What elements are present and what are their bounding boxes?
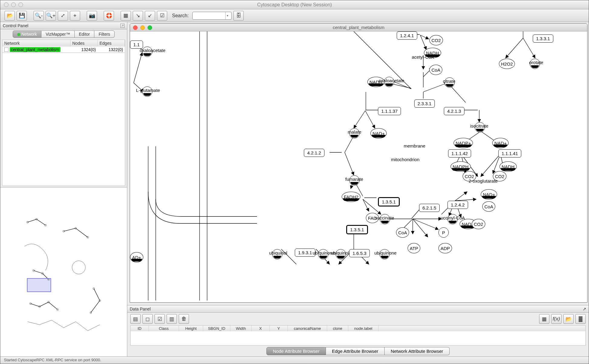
window-close-icon[interactable] — [4, 2, 8, 7]
node-nad-plus-r[interactable]: NAD+ — [492, 138, 509, 148]
zoom-out-button[interactable]: 🔍- — [34, 11, 44, 21]
view-close-icon[interactable] — [133, 25, 138, 30]
zoom-selected-button[interactable]: ⌖ — [70, 11, 80, 21]
view-minimize-icon[interactable] — [140, 25, 145, 30]
data-tool-open[interactable]: 📂 — [563, 314, 574, 324]
node-fadh2[interactable]: FADH2 — [342, 192, 360, 202]
col-nodes[interactable]: Nodes — [70, 40, 98, 47]
dg-col-id[interactable]: ID — [131, 326, 149, 331]
birdseye-view[interactable] — [0, 187, 127, 356]
tab-edge-attr[interactable]: Edge Attribute Browser — [326, 347, 385, 355]
col-edges[interactable]: Edges — [98, 40, 125, 47]
zoom-fit-button[interactable]: ⤢ — [58, 11, 68, 21]
svg-line-27 — [91, 301, 100, 313]
data-tool-4[interactable]: ▥ — [167, 314, 177, 324]
birdseye-button[interactable]: ▦ — [121, 11, 131, 21]
node-coa-c[interactable]: CoA — [396, 227, 409, 238]
dg-col-label[interactable]: node.label — [348, 326, 379, 331]
node-nadh-r[interactable]: NADH — [500, 161, 517, 172]
svg-line-52 — [345, 136, 354, 152]
label-succinate: succinate — [375, 215, 394, 220]
node-1331[interactable]: 1.3.3.1 — [533, 34, 553, 43]
window-minimize-icon[interactable] — [11, 2, 16, 7]
view-zoom-icon[interactable] — [148, 25, 152, 30]
node-atp[interactable]: ATP — [408, 243, 420, 253]
tab-node-attr[interactable]: Node Attribute Browser — [266, 347, 326, 355]
node-nadph[interactable]: NADPH — [451, 161, 471, 172]
options-button[interactable]: ☑ — [157, 11, 167, 21]
tab-filters[interactable]: Filters — [94, 31, 115, 38]
dg-col-width[interactable]: Width — [230, 326, 252, 331]
svg-line-70 — [455, 192, 467, 201]
node-p[interactable]: P — [438, 227, 449, 238]
network-file-icon — [4, 47, 8, 52]
tab-network-attr[interactable]: Network Attribute Browser — [385, 347, 449, 355]
node-1351b[interactable]: 1.3.5.1 — [346, 225, 368, 234]
network-view-title: central_plant_metabolism — [130, 25, 587, 30]
node-nadp-plus[interactable]: NADP+ — [454, 138, 473, 148]
node-11141[interactable]: 1.1.1.41 — [498, 149, 521, 158]
align-left-button[interactable]: ↘ — [133, 11, 143, 21]
data-tool-3[interactable]: ☑ — [155, 314, 165, 324]
open-file-button[interactable]: 📂 — [5, 11, 15, 21]
dg-col-clone[interactable]: clone — [327, 326, 348, 331]
node-11142[interactable]: 1.1.1.42 — [448, 149, 471, 158]
node-co2-c[interactable]: CO2 — [472, 219, 485, 229]
data-tool-import[interactable]: ▦ — [539, 314, 549, 324]
data-tool-function[interactable]: f(x) — [551, 314, 561, 324]
dg-col-x[interactable]: X — [252, 326, 270, 331]
data-tool-5[interactable]: 🗑 — [179, 314, 189, 324]
dg-col-sbgn[interactable]: SBGN_ID — [203, 326, 230, 331]
control-panel-header: Control Panel ↗ — [0, 22, 127, 29]
node-11137[interactable]: 1.1.1.37 — [378, 107, 401, 115]
label-malate: malate — [348, 129, 361, 135]
node-adp[interactable]: ADP — [438, 243, 452, 253]
dg-col-canon[interactable]: canonicalName — [288, 326, 327, 331]
node-1241[interactable]: 1.2.4.1 — [397, 31, 417, 40]
data-tool-chart[interactable]: ▓ — [575, 314, 586, 324]
node-1653[interactable]: 1.6.5.3 — [349, 249, 370, 257]
tab-vizmapper[interactable]: VizMapper™ — [41, 31, 75, 38]
search-dropdown-icon[interactable]: ▾ — [225, 12, 229, 19]
node-4213[interactable]: 4.2.1.3 — [444, 107, 464, 115]
svg-line-4 — [37, 219, 46, 225]
window-zoom-icon[interactable] — [18, 2, 23, 7]
screenshot-button[interactable]: 📷 — [87, 11, 97, 21]
node-2331[interactable]: 2.3.3.1 — [414, 99, 435, 108]
align-right-button[interactable]: ↙ — [145, 11, 155, 21]
dg-col-class[interactable]: Class — [149, 326, 179, 331]
search-input[interactable] — [194, 13, 225, 18]
node-h2o2[interactable]: H2O2 — [499, 59, 515, 69]
save-button[interactable]: 💾 — [17, 11, 27, 21]
network-row[interactable]: central_plant_metabolism 1324(0) 1322(0) — [2, 47, 125, 53]
birdseye-viewport[interactable] — [27, 278, 51, 292]
search-input-wrap[interactable]: ▾ — [192, 12, 232, 20]
data-panel-detach-icon[interactable]: ↗ — [583, 307, 586, 311]
search-go-button[interactable]: 🗄 — [233, 11, 244, 21]
data-tool-1[interactable]: ▤ — [130, 314, 141, 324]
dg-col-y[interactable]: Y — [270, 326, 288, 331]
dg-col-height[interactable]: Height — [179, 326, 203, 331]
node-1351a[interactable]: 1.3.5.1 — [378, 197, 400, 206]
network-canvas[interactable]: 1.1 oxaloacetate L-glutamate 1.2.4.1 CO2… — [130, 31, 587, 302]
node-4212[interactable]: 4.2.1.2 — [304, 149, 324, 157]
node-1931[interactable]: 1.9.3.1 — [295, 249, 315, 257]
zoom-in-button[interactable]: 🔍+ — [46, 11, 56, 21]
col-network[interactable]: Network — [2, 40, 70, 47]
node-ad-plus[interactable]: AD+ — [130, 252, 143, 262]
svg-point-15 — [72, 261, 85, 274]
node-coa-a[interactable]: CoA — [429, 65, 442, 75]
node-co2-a[interactable]: CO2 — [429, 35, 443, 45]
node-coa-b[interactable]: CoA — [482, 201, 495, 212]
data-tool-2[interactable]: ◻ — [142, 314, 153, 324]
node-1242[interactable]: 1.2.4.2 — [447, 201, 468, 209]
data-grid[interactable]: ID Class Height SBGN_ID Width X Y canoni… — [130, 325, 586, 346]
control-panel-detach-icon[interactable]: ↗ — [120, 24, 125, 28]
tab-editor[interactable]: Editor — [75, 31, 95, 38]
tab-network[interactable]: Network — [13, 31, 41, 38]
node-1-1[interactable]: 1.1 — [130, 41, 143, 49]
node-nad-b[interactable]: NAD+ — [481, 189, 497, 200]
help-button[interactable]: 🛟 — [104, 11, 114, 21]
node-nad-a[interactable]: NAD+ — [370, 128, 387, 138]
node-6215[interactable]: 6.2.1.5 — [419, 204, 440, 212]
